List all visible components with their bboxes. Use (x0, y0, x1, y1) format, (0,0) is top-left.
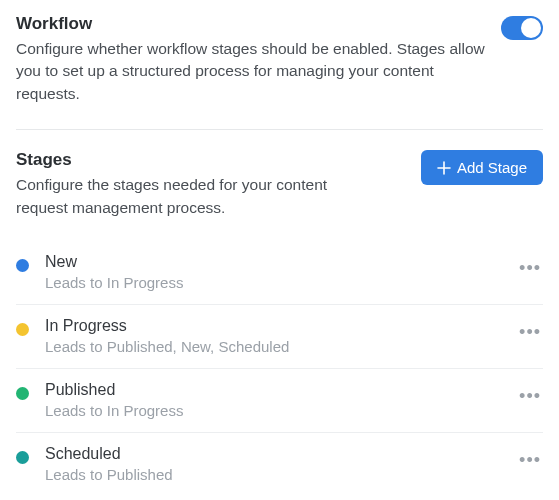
stage-body: ScheduledLeads to Published (45, 445, 517, 483)
stage-item[interactable]: PublishedLeads to In Progress••• (16, 369, 543, 433)
stages-header-text: Stages Configure the stages needed for y… (16, 150, 356, 219)
workflow-header: Workflow Configure whether workflow stag… (16, 14, 543, 105)
stage-item[interactable]: NewLeads to In Progress••• (16, 241, 543, 305)
stage-name: Published (45, 381, 517, 399)
stage-name: Scheduled (45, 445, 517, 463)
add-stage-label: Add Stage (457, 159, 527, 176)
stage-more-icon[interactable]: ••• (517, 385, 543, 407)
workflow-description: Configure whether workflow stages should… (16, 38, 486, 105)
stage-leads: Leads to Published (45, 466, 517, 483)
stages-list: NewLeads to In Progress•••In ProgressLea… (16, 241, 543, 496)
stage-color-dot (16, 323, 29, 336)
stage-body: NewLeads to In Progress (45, 253, 517, 291)
stages-description: Configure the stages needed for your con… (16, 174, 356, 219)
stage-name: New (45, 253, 517, 271)
divider (16, 129, 543, 130)
stage-name: In Progress (45, 317, 517, 335)
stage-leads: Leads to In Progress (45, 274, 517, 291)
stage-body: PublishedLeads to In Progress (45, 381, 517, 419)
stage-body: In ProgressLeads to Published, New, Sche… (45, 317, 517, 355)
workflow-toggle[interactable] (501, 16, 543, 40)
stage-leads: Leads to In Progress (45, 402, 517, 419)
stage-color-dot (16, 451, 29, 464)
stage-more-icon[interactable]: ••• (517, 449, 543, 471)
workflow-header-text: Workflow Configure whether workflow stag… (16, 14, 486, 105)
stage-color-dot (16, 387, 29, 400)
stage-item[interactable]: In ProgressLeads to Published, New, Sche… (16, 305, 543, 369)
stage-color-dot (16, 259, 29, 272)
workflow-title: Workflow (16, 14, 486, 34)
toggle-knob (521, 18, 541, 38)
stages-title: Stages (16, 150, 356, 170)
stage-leads: Leads to Published, New, Scheduled (45, 338, 517, 355)
stage-more-icon[interactable]: ••• (517, 321, 543, 343)
plus-icon (437, 161, 451, 175)
stage-item[interactable]: ScheduledLeads to Published••• (16, 433, 543, 496)
stages-header: Stages Configure the stages needed for y… (16, 150, 543, 219)
add-stage-button[interactable]: Add Stage (421, 150, 543, 185)
stage-more-icon[interactable]: ••• (517, 257, 543, 279)
